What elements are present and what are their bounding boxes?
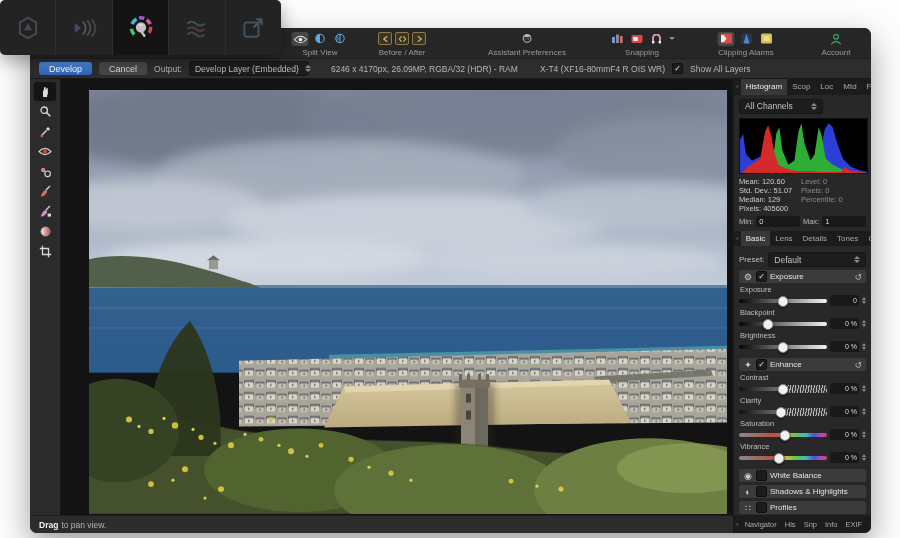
white-balance-checkbox[interactable] bbox=[756, 470, 767, 481]
develop-button[interactable]: Develop bbox=[39, 62, 92, 75]
vibrance-value[interactable]: 0 % bbox=[830, 452, 859, 463]
cancel-button[interactable]: Cancel bbox=[99, 62, 147, 75]
before-after-both-button[interactable] bbox=[395, 32, 409, 45]
exposure-checkbox[interactable]: ✓ bbox=[756, 271, 767, 282]
canvas[interactable] bbox=[61, 79, 733, 515]
brightness-value[interactable]: 0 % bbox=[830, 341, 859, 352]
snapping-toggle-button[interactable] bbox=[628, 32, 645, 46]
split-view-mirror-button[interactable] bbox=[332, 32, 349, 46]
tab-details[interactable]: Details bbox=[798, 231, 832, 247]
panel-menu-icon[interactable]: ≡ bbox=[866, 516, 871, 533]
tab-focus[interactable]: Focus bbox=[862, 79, 871, 95]
blackpoint-slider[interactable] bbox=[739, 322, 827, 326]
assistant-button[interactable] bbox=[519, 32, 536, 46]
enhance-section-header[interactable]: ✦ ✓ Enhance ↺ bbox=[739, 358, 866, 371]
preset-dropdown[interactable]: Default bbox=[768, 252, 866, 267]
enhance-checkbox[interactable]: ✓ bbox=[756, 359, 767, 370]
zoom-tool[interactable] bbox=[34, 102, 56, 121]
persona-photo[interactable] bbox=[0, 0, 56, 55]
blackpoint-value[interactable]: 0 % bbox=[830, 318, 859, 329]
stepper[interactable] bbox=[862, 343, 866, 350]
collapse-chevron-icon[interactable]: ‹ bbox=[734, 231, 741, 247]
slider-handle[interactable] bbox=[776, 407, 787, 418]
show-all-layers-checkbox[interactable]: ✓ bbox=[672, 63, 683, 74]
exposure-slider[interactable] bbox=[739, 299, 827, 303]
saturation-slider[interactable] bbox=[739, 433, 827, 437]
snapping-dropdown-button[interactable] bbox=[668, 32, 676, 46]
max-input[interactable]: 1 bbox=[822, 216, 866, 227]
white-balance-tool[interactable] bbox=[34, 122, 56, 141]
overlay-erase-tool[interactable] bbox=[34, 202, 56, 221]
stepper[interactable] bbox=[862, 320, 866, 327]
clarity-slider[interactable] bbox=[739, 410, 827, 414]
view-tool[interactable] bbox=[34, 82, 56, 101]
stepper[interactable] bbox=[862, 408, 866, 415]
brightness-slider[interactable] bbox=[739, 345, 827, 349]
collapse-chevron-icon[interactable]: ‹ bbox=[734, 79, 741, 95]
reset-icon[interactable]: ↺ bbox=[854, 272, 862, 282]
stepper[interactable] bbox=[862, 454, 866, 461]
clip-highlights-button[interactable] bbox=[738, 32, 755, 46]
persona-export[interactable] bbox=[226, 0, 281, 55]
clip-shadows-button[interactable] bbox=[718, 32, 735, 46]
tab-exif[interactable]: EXIF bbox=[842, 516, 867, 533]
split-view-split-button[interactable] bbox=[312, 32, 329, 46]
saturation-value[interactable]: 0 % bbox=[830, 429, 859, 440]
before-after-left-button[interactable] bbox=[378, 32, 392, 45]
slider-handle[interactable] bbox=[778, 384, 789, 395]
tab-basic[interactable]: Basic bbox=[741, 231, 771, 247]
slider-handle[interactable] bbox=[773, 453, 784, 464]
exposure-value[interactable]: 0 bbox=[830, 295, 859, 306]
crop-tool[interactable] bbox=[34, 242, 56, 261]
tab-info[interactable]: Info bbox=[821, 516, 842, 533]
vibrance-slider[interactable] bbox=[739, 456, 827, 460]
snapping-candidates-button[interactable] bbox=[608, 32, 625, 46]
contrast-slider[interactable] bbox=[739, 387, 827, 391]
photo-st-ives bbox=[89, 90, 727, 514]
tab-metadata[interactable]: Mtd bbox=[838, 79, 861, 95]
tab-scope[interactable]: Scop bbox=[787, 79, 815, 95]
contrast-value[interactable]: 0 % bbox=[830, 383, 859, 394]
snapping-magnet-button[interactable] bbox=[648, 32, 665, 46]
persona-develop[interactable] bbox=[113, 0, 169, 55]
stepper[interactable] bbox=[862, 431, 866, 438]
histogram-stats: Mean: 120.60 Std. Dev.: 51.07 Median: 12… bbox=[739, 177, 866, 213]
tab-navigator[interactable]: Navigator bbox=[741, 516, 781, 533]
stepper[interactable] bbox=[862, 297, 866, 304]
tab-histogram[interactable]: Histogram bbox=[741, 79, 787, 95]
slider-handle[interactable] bbox=[779, 430, 790, 441]
persona-tone-mapping[interactable] bbox=[169, 0, 225, 55]
split-view-single-button[interactable] bbox=[292, 32, 309, 46]
persona-liquify[interactable] bbox=[56, 0, 112, 55]
slider-handle[interactable] bbox=[778, 342, 789, 353]
blemish-removal-tool[interactable] bbox=[34, 162, 56, 181]
tab-location[interactable]: Loc bbox=[815, 79, 838, 95]
min-input[interactable]: 0 bbox=[756, 216, 800, 227]
slider-handle[interactable] bbox=[778, 296, 789, 307]
slider-handle[interactable] bbox=[763, 319, 774, 330]
tab-history[interactable]: His bbox=[781, 516, 800, 533]
overlay-gradient-tool[interactable] bbox=[34, 222, 56, 241]
output-dropdown[interactable]: Develop Layer (Embedded) bbox=[189, 61, 309, 76]
before-after-right-button[interactable] bbox=[412, 32, 426, 45]
tab-lens[interactable]: Lens bbox=[770, 231, 797, 247]
reset-icon[interactable]: ↺ bbox=[854, 360, 862, 370]
assistant-caption: Assistant Preferences bbox=[488, 48, 566, 57]
exposure-section-header[interactable]: ⚙ ✓ Exposure ↺ bbox=[739, 270, 866, 283]
tab-tones[interactable]: Tones bbox=[832, 231, 863, 247]
profiles-section-header[interactable]: ∷ Profiles bbox=[739, 501, 866, 514]
stepper[interactable] bbox=[862, 385, 866, 392]
account-button[interactable] bbox=[828, 32, 845, 46]
white-balance-section-header[interactable]: ◉ White Balance bbox=[739, 469, 866, 482]
shadows-highlights-checkbox[interactable] bbox=[756, 486, 767, 497]
overlay-paint-tool[interactable] bbox=[34, 182, 56, 201]
clarity-value[interactable]: 0 % bbox=[830, 406, 859, 417]
profiles-checkbox[interactable] bbox=[756, 502, 767, 513]
shadows-highlights-section-header[interactable]: ◐ Shadows & Highlights bbox=[739, 485, 866, 498]
tab-overlays[interactable]: Overlays bbox=[863, 231, 871, 247]
collapse-chevron-icon[interactable]: ‹ bbox=[734, 516, 741, 533]
red-eye-removal-tool[interactable] bbox=[34, 142, 56, 161]
tab-snapshots[interactable]: Snp bbox=[800, 516, 821, 533]
clip-saturation-button[interactable] bbox=[758, 32, 775, 46]
channels-dropdown[interactable]: All Channels bbox=[739, 99, 823, 114]
